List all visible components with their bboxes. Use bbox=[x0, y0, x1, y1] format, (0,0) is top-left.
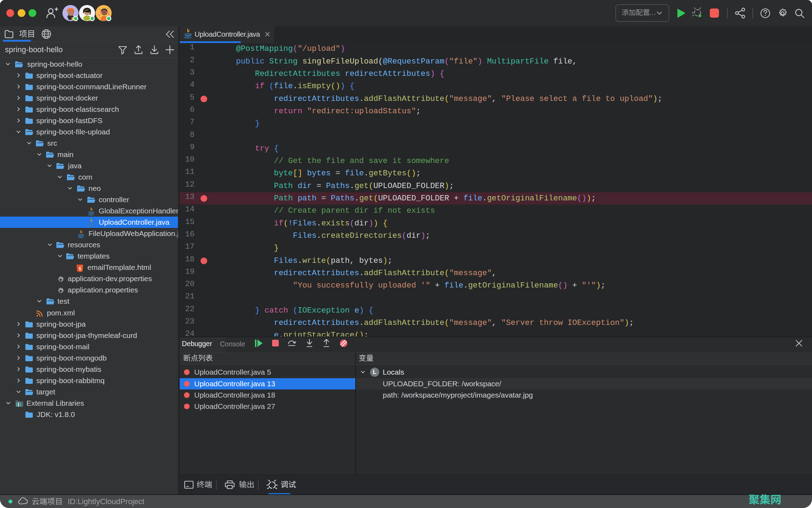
svg-text:5: 5 bbox=[79, 266, 81, 271]
